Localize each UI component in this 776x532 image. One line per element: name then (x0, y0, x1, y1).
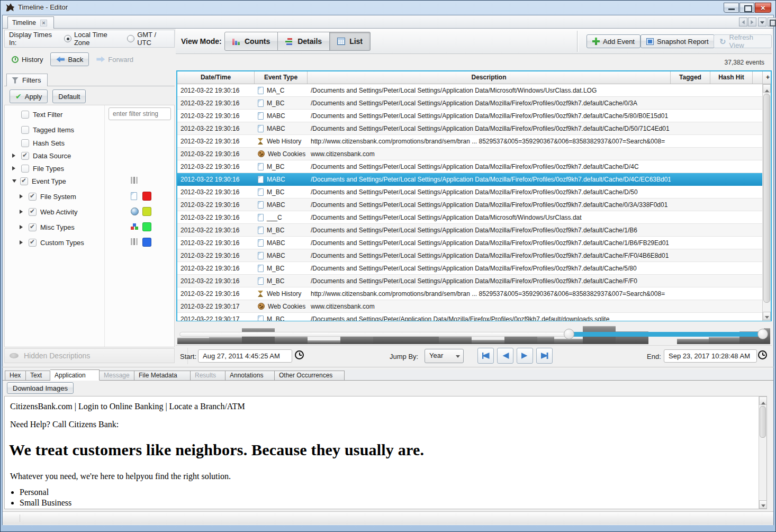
add-event-button[interactable]: Add Event (586, 34, 640, 48)
start-clock-icon[interactable] (295, 350, 304, 359)
tabstrip-maximize-icon[interactable] (768, 17, 776, 26)
filter-checkbox[interactable] (29, 193, 37, 201)
table-row[interactable]: 2012-03-22 19:30:16Web Cookieswww.citize… (177, 148, 762, 160)
table-row[interactable]: 2012-03-22 19:30:17M_BC/Documents and Se… (177, 313, 762, 321)
filter-tree-item[interactable]: Data Source (12, 150, 71, 161)
filter-checkbox[interactable] (21, 152, 29, 160)
range-slider-handle-start[interactable] (564, 329, 574, 339)
twisty-down-icon[interactable] (12, 179, 16, 185)
minimize-button[interactable] (724, 3, 739, 13)
scrollbar-thumb[interactable] (763, 94, 770, 303)
tab-timeline[interactable]: Timeline × (7, 16, 54, 29)
filter-checkbox[interactable] (21, 139, 29, 147)
table-row[interactable]: 2012-03-22 19:30:16Web Historyhttp://www… (177, 287, 762, 300)
radio-icon[interactable] (127, 35, 134, 42)
view-mode-counts[interactable]: Counts (224, 32, 278, 51)
close-button[interactable] (755, 3, 771, 13)
twisty-right-icon[interactable] (20, 225, 25, 229)
radio-option[interactable]: Local Time Zone (64, 31, 122, 47)
range-slider-track[interactable] (179, 332, 571, 337)
filter-checkbox[interactable] (20, 177, 28, 185)
download-images-button[interactable]: Download Images (7, 382, 74, 394)
tabstrip-scroll-left-icon[interactable] (739, 17, 747, 26)
column-header[interactable]: Date/Time (177, 71, 255, 84)
filter-tree-item[interactable]: Text Filter (12, 109, 62, 120)
tab-filters[interactable]: Filters (6, 74, 48, 86)
range-slider-handle-end[interactable] (757, 329, 768, 339)
filter-checkbox[interactable] (21, 126, 29, 134)
twisty-right-icon[interactable] (12, 154, 17, 158)
scroll-up-icon[interactable] (759, 396, 767, 405)
filter-checkbox[interactable] (21, 111, 29, 119)
hidden-descriptions-section[interactable]: Hidden Descriptions (4, 348, 175, 363)
column-header[interactable]: Description (308, 71, 671, 84)
column-header[interactable]: Hash Hit (710, 71, 753, 84)
filter-tree-item[interactable]: Hash Sets (12, 137, 65, 149)
filter-tree-item[interactable]: Misc Types (20, 221, 75, 233)
filter-tree-item[interactable]: Tagged Items (12, 124, 74, 136)
maximize-button[interactable] (739, 3, 754, 13)
tab-application[interactable]: Application (50, 369, 100, 381)
filter-tree-item[interactable]: Event Type (12, 175, 66, 187)
table-row[interactable]: 2012-03-22 19:30:16M_BC/Documents and Se… (177, 262, 762, 275)
jump-by-select[interactable]: Year (425, 349, 464, 363)
table-row[interactable]: 2012-03-22 19:30:17Web Cookieswww.citize… (177, 300, 762, 313)
view-mode-details[interactable]: Details (278, 32, 330, 51)
back-button[interactable]: Back (50, 52, 89, 66)
scroll-down-icon[interactable] (759, 500, 767, 509)
scrollbar-thumb[interactable] (760, 406, 766, 438)
snapshot-report-button[interactable]: Snapshot Report (640, 34, 715, 48)
tab-results[interactable]: Results (191, 371, 225, 381)
jump-back-button[interactable] (497, 348, 513, 364)
table-row[interactable]: 2012-03-22 19:30:16___C/Documents and Se… (177, 211, 762, 224)
tab-other-occurrences[interactable]: Other Occurrences (275, 371, 345, 381)
end-date-field[interactable]: Sep 23, 2017 10:28:48 AM (664, 349, 757, 363)
table-row[interactable]: 2012-03-22 19:30:16MA_C/Documents and Se… (177, 84, 762, 97)
table-row[interactable]: 2012-03-22 19:30:16MABC/Documents and Se… (177, 237, 762, 249)
start-date-field[interactable]: Aug 27, 2011 4:45:25 AM (198, 349, 292, 363)
table-row[interactable]: 2012-03-22 19:30:16MABC/Documents and Se… (177, 249, 762, 262)
tab-hex[interactable]: Hex (5, 371, 26, 381)
filter-tree-item[interactable]: Web Activity (20, 206, 78, 218)
table-row[interactable]: 2012-03-22 19:30:16MABC/Documents and Se… (177, 173, 762, 186)
column-header[interactable]: Tagged (671, 71, 710, 84)
table-row[interactable]: 2012-03-22 19:30:16M_BC/Documents and Se… (177, 160, 762, 173)
radio-icon[interactable] (64, 35, 71, 42)
jump-last-button[interactable] (536, 348, 553, 364)
table-row[interactable]: 2012-03-22 19:30:16MABC/Documents and Se… (177, 110, 762, 122)
view-mode-list[interactable]: List (330, 32, 371, 51)
default-button[interactable]: Default (52, 89, 86, 103)
forward-button[interactable]: Forward (92, 54, 138, 65)
refresh-view-button[interactable]: ↻ Refresh View (714, 34, 772, 48)
twisty-right-icon[interactable] (12, 166, 17, 170)
tab-annotations[interactable]: Annotations (225, 371, 275, 381)
range-slider-selection[interactable] (569, 332, 763, 337)
tabstrip-scroll-right-icon[interactable] (748, 17, 756, 26)
table-scrollbar[interactable] (762, 84, 771, 321)
scroll-up-icon[interactable] (763, 84, 771, 93)
splitter[interactable] (2, 367, 774, 367)
tab-file-metadata[interactable]: File Metadata (134, 371, 191, 381)
filter-checkbox[interactable] (21, 165, 29, 173)
twisty-right-icon[interactable] (20, 210, 25, 214)
column-header[interactable]: Event Type (255, 71, 308, 84)
tab-text[interactable]: Text (26, 371, 50, 381)
tabstrip-dropdown-icon[interactable] (758, 17, 766, 26)
table-row[interactable]: 2012-03-22 19:30:16M_BC/Documents and Se… (177, 97, 762, 110)
table-row[interactable]: 2012-03-22 19:30:16Web Historyhttp://www… (177, 135, 762, 148)
table-row[interactable]: 2012-03-22 19:30:16MABC/Documents and Se… (177, 199, 762, 211)
history-button[interactable]: History (7, 54, 47, 65)
end-clock-icon[interactable] (758, 350, 767, 359)
twisty-right-icon[interactable] (20, 240, 25, 245)
content-scrollbar[interactable] (759, 396, 766, 509)
add-column-button[interactable]: + (762, 71, 773, 84)
radio-option[interactable]: GMT / UTC (127, 31, 170, 47)
twisty-right-icon[interactable] (20, 194, 25, 199)
filter-tree-item[interactable]: File Types (12, 163, 64, 174)
tab-message[interactable]: Message (100, 371, 134, 381)
scroll-down-icon[interactable] (763, 312, 771, 320)
filter-string-input[interactable] (109, 107, 171, 120)
apply-button[interactable]: ✔ Apply (10, 89, 48, 103)
filter-tree-item[interactable]: Custom Types (20, 237, 84, 248)
filter-tree-item[interactable]: File System (20, 191, 76, 202)
